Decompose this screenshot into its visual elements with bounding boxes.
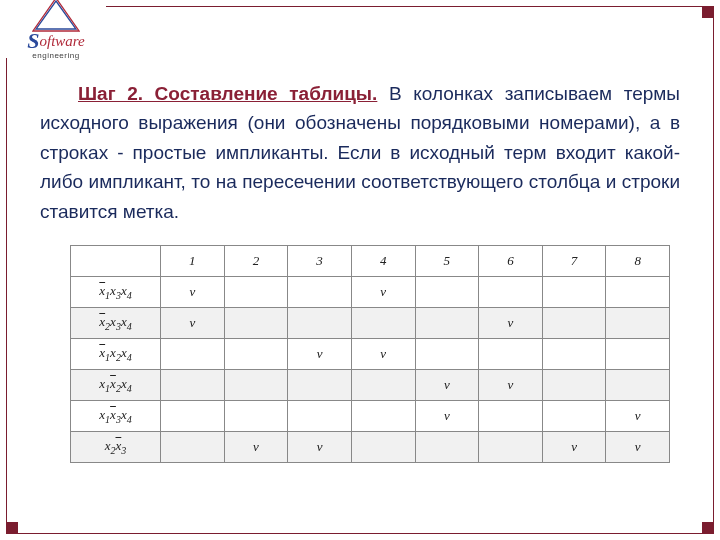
table-corner-cell [71,246,161,277]
table-cell [606,370,670,401]
table-cell [479,432,543,463]
table-cell [161,370,225,401]
table-cell [351,308,415,339]
table-cell [351,401,415,432]
table-cell: v [351,277,415,308]
table-cell: v [161,277,225,308]
table-cell [542,308,606,339]
table-cell [224,308,288,339]
row-label: x2x3 [71,432,161,463]
row-label: x1x3x4 [71,277,161,308]
logo: Software engineering [6,0,106,58]
frame-corner [702,6,714,18]
frame-corner [702,522,714,534]
table-cell [351,370,415,401]
table-cell [479,401,543,432]
table-row: x1x2x4vv [71,370,670,401]
table-header-row: 1 2 3 4 5 6 7 8 [71,246,670,277]
table-row: x2x3x4vv [71,308,670,339]
table-cell [415,308,479,339]
table-cell [479,277,543,308]
col-header: 6 [479,246,543,277]
table-cell [542,401,606,432]
table-cell [542,339,606,370]
table-cell: v [288,432,352,463]
row-label: x1x3x4 [71,401,161,432]
table-cell [351,432,415,463]
table-cell [288,277,352,308]
table-cell [415,339,479,370]
logo-word-rest: oftware [39,33,84,49]
table-cell [288,370,352,401]
table-cell: v [288,339,352,370]
table-cell [415,432,479,463]
table-cell [224,339,288,370]
table-cell: v [479,370,543,401]
step-heading: Шаг 2. Составление таблицы. [78,83,377,104]
table-cell [224,401,288,432]
table-cell [224,370,288,401]
table-row: x2x3vvvv [71,432,670,463]
implicant-table-wrap: 1 2 3 4 5 6 7 8 x1x3x4vvx2x3x4vvx1x2x4vv… [40,245,680,463]
col-header: 8 [606,246,670,277]
body-paragraph: Шаг 2. Составление таблицы. В колонках з… [40,79,680,226]
col-header: 2 [224,246,288,277]
col-header: 1 [161,246,225,277]
table-cell [288,308,352,339]
table-cell [161,432,225,463]
logo-letter-s: S [27,28,39,53]
row-label: x1x2x4 [71,339,161,370]
table-cell [542,370,606,401]
slide-content: Шаг 2. Составление таблицы. В колонках з… [40,60,680,463]
implicant-table: 1 2 3 4 5 6 7 8 x1x3x4vvx2x3x4vvx1x2x4vv… [70,245,670,463]
table-cell [606,339,670,370]
table-cell [224,277,288,308]
table-cell: v [606,432,670,463]
row-label: x2x3x4 [71,308,161,339]
col-header: 3 [288,246,352,277]
table-cell: v [161,308,225,339]
table-cell: v [606,401,670,432]
table-cell: v [224,432,288,463]
col-header: 7 [542,246,606,277]
col-header: 5 [415,246,479,277]
table-cell [288,401,352,432]
col-header: 4 [351,246,415,277]
table-row: x1x2x4vv [71,339,670,370]
table-cell: v [542,432,606,463]
frame-corner [6,522,18,534]
table-cell: v [479,308,543,339]
table-cell [161,401,225,432]
row-label: x1x2x4 [71,370,161,401]
svg-marker-0 [36,1,76,29]
table-cell: v [415,401,479,432]
table-cell [542,277,606,308]
table-cell [415,277,479,308]
svg-marker-1 [33,0,79,31]
table-cell [479,339,543,370]
logo-subtext: engineering [6,51,106,60]
table-row: x1x3x4vv [71,401,670,432]
table-cell [606,308,670,339]
table-cell: v [351,339,415,370]
table-cell [606,277,670,308]
table-row: x1x3x4vv [71,277,670,308]
table-cell [161,339,225,370]
table-cell: v [415,370,479,401]
